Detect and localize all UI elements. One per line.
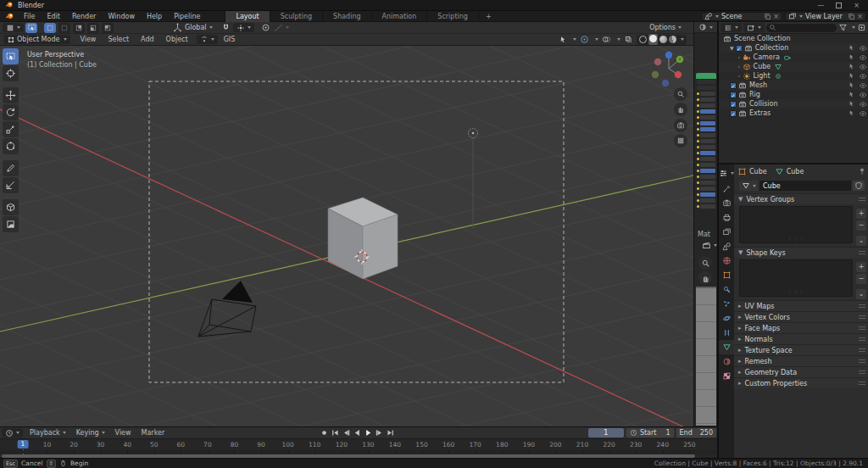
panel-grip[interactable] [859,304,865,308]
tool-move-button[interactable] [3,87,19,103]
node-socket[interactable] [696,109,716,114]
breadcrumb-data[interactable]: Cube [787,168,804,176]
gizmos-icon[interactable] [580,35,589,44]
outliner-row-mesh[interactable]: ✓Mesh [719,81,868,90]
node-socket[interactable] [696,198,716,203]
properties-tab-modifiers[interactable] [719,282,734,297]
shading-solid-button[interactable] [648,34,658,45]
outliner-label[interactable]: Camera [754,53,780,61]
node-socket[interactable] [696,138,716,144]
shading-rendered-button[interactable] [669,36,676,43]
node-socket[interactable] [696,150,716,156]
node-socket[interactable] [696,162,716,168]
panel-header-shape-keys[interactable]: ▼Shape Keys [734,247,868,258]
viewport-menu-add[interactable]: Add [135,36,160,43]
collection-checkbox[interactable]: ✓ [730,92,737,98]
select-mode-1[interactable] [58,23,70,33]
menu-edit[interactable]: Edit [41,13,66,20]
record-button[interactable] [320,428,329,437]
outliner-search-input[interactable] [766,24,837,32]
datablock-name-input[interactable]: Cube [760,181,851,191]
eye-icon[interactable] [859,44,867,53]
node-socket[interactable] [696,132,716,138]
next-key-button[interactable] [375,428,384,437]
tool-annotate-button[interactable] [3,160,19,176]
eye-icon[interactable] [859,109,867,118]
options-menu[interactable]: Options [649,24,682,31]
panel-header-vertex-groups[interactable]: ▼Vertex Groups [734,193,868,204]
collection-checkbox[interactable]: ✓ [730,82,737,89]
tool-select-box-button[interactable] [3,48,19,64]
close-button[interactable]: × [854,2,860,9]
3d-viewport[interactable]: Y User Perspective (1) Collection | Cube [0,46,693,426]
xray-toggle-icon[interactable] [624,35,633,44]
workspace-tab-layout[interactable]: Layout [225,11,269,22]
properties-editor-type-button[interactable] [719,164,734,181]
outliner-row-camera[interactable]: •Camera [719,53,868,62]
shader-editor-header[interactable] [694,22,717,33]
unlink-scene-icon[interactable]: × [773,13,779,20]
breadcrumb-object[interactable]: Cube [749,168,767,176]
add-item-button[interactable]: + [856,262,866,272]
selectable-icon[interactable] [848,81,855,90]
mode-selector[interactable]: Object Mode [3,35,70,44]
node-header[interactable] [696,73,716,79]
viewport-menu-select[interactable]: Select [102,36,135,43]
panel-grip[interactable] [859,326,865,330]
timeline-menu-view[interactable]: View [110,429,136,437]
view-layer-selector[interactable]: View Layer × [785,12,866,21]
node-socket[interactable] [696,174,716,180]
tool-extrude-button[interactable] [3,216,19,232]
panel-grip[interactable] [859,251,865,254]
tool-cursor-button[interactable] [3,65,19,81]
properties-tab-render[interactable] [719,196,734,210]
properties-tab-texture[interactable] [719,369,734,383]
panel-header-remesh[interactable]: ▸Remesh [734,355,868,366]
remove-item-button[interactable]: − [856,220,866,231]
node-socket[interactable] [696,126,716,132]
vertex-groups-list[interactable]: ⋮⋮⋮ [739,206,853,243]
new-collection-button[interactable] [743,23,765,32]
tool-rotate-button[interactable] [3,104,19,120]
node-socket[interactable] [696,85,716,91]
outliner-label[interactable]: Extras [749,109,771,117]
specials-menu-button[interactable]: ⌄ [856,236,866,246]
node-socket[interactable] [696,114,716,120]
node-socket[interactable] [696,168,716,174]
eye-icon[interactable] [859,81,867,90]
panel-grip[interactable] [859,359,865,363]
node-socket[interactable] [696,203,716,209]
expand-caret[interactable]: ▼ [730,45,734,51]
shading-material-button[interactable] [659,36,667,43]
maximize-button[interactable] [836,3,842,8]
fake-user-button[interactable] [853,181,865,191]
menu-gis[interactable]: GIS [218,36,242,43]
outliner-label[interactable]: Mesh [749,81,767,89]
outliner-row-extras[interactable]: ✓Extras [719,109,868,118]
selectable-icon[interactable] [848,109,855,118]
specials-menu-button[interactable]: ⌄ [856,289,866,299]
selectable-icon[interactable] [848,44,855,53]
timeline-menu-marker[interactable]: Marker [136,429,170,437]
timeline-editor-type[interactable] [2,428,23,437]
properties-tab-view-layer[interactable] [719,225,734,239]
properties-tab-constraints[interactable] [719,326,734,340]
panel-grip[interactable] [859,382,865,385]
orientation-label[interactable]: Global [185,24,207,31]
node-socket[interactable] [696,79,716,85]
outliner-display-mode[interactable] [721,23,742,32]
collection-checkbox[interactable]: ✓ [730,110,737,117]
node-socket[interactable] [696,97,716,103]
zoom-button[interactable] [698,256,712,270]
outliner-label[interactable]: Light [754,72,771,80]
eye-icon[interactable] [859,63,867,71]
proportional-edit-icon[interactable] [261,23,270,32]
select-mode-4[interactable] [102,23,114,33]
minimize-button[interactable]: — [817,2,824,9]
menu-window[interactable]: Window [102,13,141,20]
node-socket[interactable] [696,120,716,126]
tool-add-cube-button[interactable] [3,199,19,215]
jump-end-button[interactable] [386,428,395,437]
panel-header-face-maps[interactable]: ▸Face Maps [734,322,868,333]
selectable-icon[interactable] [848,63,855,71]
